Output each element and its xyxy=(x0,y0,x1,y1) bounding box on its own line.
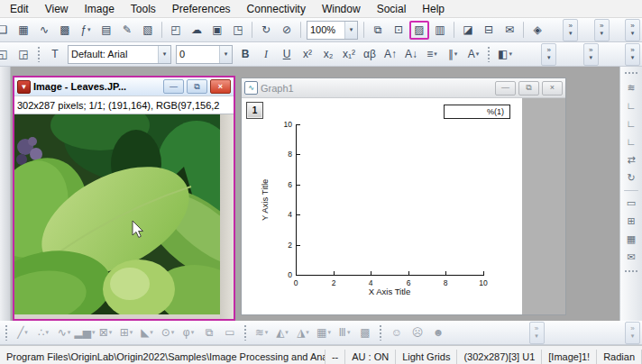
image-plot-icon[interactable]: ▩ xyxy=(355,323,375,342)
paste-special-icon[interactable]: ◲ xyxy=(14,45,33,64)
video-builder-icon[interactable]: ▥ xyxy=(430,21,450,40)
paste-icon[interactable]: ◱ xyxy=(0,45,13,64)
toolbar-overflow-icon[interactable]: » xyxy=(625,322,640,344)
new-function-plot-icon[interactable]: ƒ xyxy=(76,21,96,40)
toolbar-overflow-icon[interactable]: » xyxy=(625,19,640,41)
increase-font-button[interactable]: A↑ xyxy=(381,45,400,64)
layer-badge[interactable]: 1 xyxy=(246,102,263,119)
mask-toggle-icon[interactable]: ☻ xyxy=(428,323,448,342)
line-plot-icon[interactable]: ╱ xyxy=(13,323,32,342)
new-workbook-icon[interactable]: ▦ xyxy=(14,21,33,40)
toolbar-overflow-icon[interactable]: » xyxy=(583,43,599,66)
line-spacing-button[interactable]: ∥ xyxy=(443,45,463,64)
polar-plot-icon[interactable]: ⊙ xyxy=(158,323,178,342)
fill-color-button[interactable]: ◧ xyxy=(495,45,515,64)
y-axis-title[interactable]: Y Axis Title xyxy=(260,124,271,276)
3d-ribbon-plot-icon[interactable]: ≋ xyxy=(252,323,271,342)
toolbar-overflow-icon[interactable]: » xyxy=(541,43,556,66)
screen-capture-icon[interactable]: ◪ xyxy=(458,21,478,40)
toolbar-overflow-icon[interactable]: » xyxy=(594,19,610,41)
graph-template-icon[interactable]: ▭ xyxy=(220,323,240,342)
toolbar-overflow-icon[interactable]: » xyxy=(529,322,545,344)
close-button[interactable]: × xyxy=(210,79,231,94)
print-icon[interactable]: ⧉ xyxy=(368,21,388,40)
status-angle-unit[interactable]: Radian xyxy=(597,350,642,364)
batch-processing-icon[interactable]: ◈ xyxy=(527,21,547,40)
decrease-font-button[interactable]: A↓ xyxy=(401,45,421,64)
menu-item-window[interactable]: Window xyxy=(314,1,369,17)
menu-item-edit[interactable]: Edit xyxy=(2,1,37,17)
new-layout-icon[interactable]: ▤ xyxy=(96,21,116,40)
layer-manager-icon[interactable]: ⊟ xyxy=(479,21,499,40)
save-template-icon[interactable]: ◳ xyxy=(228,21,248,40)
scale-out-button[interactable]: ∟ xyxy=(623,116,640,132)
minimize-button[interactable]: — xyxy=(495,81,516,96)
layer-grid4-icon[interactable]: ⊞ xyxy=(623,214,640,229)
menu-item-social[interactable]: Social xyxy=(369,1,415,17)
new-folder-icon[interactable]: ▧ xyxy=(138,21,158,40)
contour-plot-icon[interactable]: ▦ xyxy=(314,323,334,342)
whole-page-button[interactable]: ∟ xyxy=(623,134,640,150)
chevron-down-icon[interactable]: ▾ xyxy=(219,46,232,63)
menu-item-image[interactable]: Image xyxy=(76,1,122,17)
toolbar-overflow-icon[interactable]: » xyxy=(625,43,640,66)
column-plot-icon[interactable]: ▂▅ xyxy=(75,323,95,342)
send-graph-icon[interactable]: ✉ xyxy=(500,21,519,40)
zoom-combo[interactable]: 100% ▾ xyxy=(307,21,358,40)
3d-wireframe-plot-icon[interactable]: ◮ xyxy=(293,323,313,342)
chevron-down-icon[interactable]: ▾ xyxy=(158,46,170,63)
minimize-button[interactable]: — xyxy=(163,79,184,94)
status-autoupdate[interactable]: AU : ON xyxy=(345,350,396,364)
menu-item-preferences[interactable]: Preferences xyxy=(164,1,239,17)
restore-button[interactable]: ⧉ xyxy=(518,81,539,96)
stop-script-icon[interactable]: ⊘ xyxy=(277,21,297,40)
layer-single-icon[interactable]: ▭ xyxy=(623,196,640,211)
scale-in-button[interactable]: ∟ xyxy=(623,98,640,114)
character-format-icon[interactable]: T xyxy=(45,45,65,64)
box-chart-icon[interactable]: ⊞ xyxy=(116,323,136,342)
graph-legend[interactable]: %(1) xyxy=(444,105,510,119)
scatter-plot-icon[interactable]: ∴ xyxy=(33,323,53,342)
chevron-down-icon[interactable]: ▾ xyxy=(344,22,357,39)
unmask-range-icon[interactable]: ☹ xyxy=(408,323,427,342)
merge-graphs-icon[interactable]: ✉ xyxy=(623,250,640,265)
image-window-titlebar[interactable]: ▼ Image - Leaves.JP... — ⧉ × xyxy=(14,77,234,96)
3d-bar-plot-icon[interactable]: Ⅲ xyxy=(335,323,354,342)
slide-show-icon[interactable]: ⊡ xyxy=(389,21,408,40)
multi-curve-plot-icon[interactable]: ⊠ xyxy=(96,323,115,342)
refresh-graph-button[interactable]: ↻ xyxy=(623,170,640,186)
layer-grid6-icon[interactable]: ▦ xyxy=(623,232,640,247)
run-script-icon[interactable]: ↻ xyxy=(256,21,276,40)
import-wizard-icon[interactable]: ☁ xyxy=(187,21,206,40)
3d-surface-plot-icon[interactable]: ◭ xyxy=(272,323,292,342)
x-axis-title[interactable]: X Axis Title xyxy=(296,287,483,296)
line-symbol-plot-icon[interactable]: ∿ xyxy=(54,323,74,342)
subsuperscript-button[interactable]: x₁² xyxy=(339,45,359,64)
graph-window-titlebar[interactable]: ∿ Graph1 — ⧉ × xyxy=(242,78,565,98)
subscript-button[interactable]: x₂ xyxy=(318,45,338,64)
graph-window[interactable]: ∿ Graph1 — ⧉ × 1 %(1) xyxy=(241,77,566,315)
new-matrix-icon[interactable]: ▩ xyxy=(55,21,75,40)
new-notes-icon[interactable]: ✎ xyxy=(117,21,137,40)
mask-range-icon[interactable]: ☺ xyxy=(387,323,407,342)
italic-button[interactable]: I xyxy=(256,45,276,64)
restore-button[interactable]: ⧉ xyxy=(187,79,207,94)
superscript-button[interactable]: x² xyxy=(298,45,317,64)
area-plot-icon[interactable]: ◣ xyxy=(137,323,157,342)
new-project-icon[interactable]: ❏ xyxy=(0,21,13,40)
menu-item-tools[interactable]: Tools xyxy=(123,1,164,17)
rescale-button[interactable]: ≋ xyxy=(623,80,640,96)
save-project-icon[interactable]: ▣ xyxy=(207,21,227,40)
image-window[interactable]: ▼ Image - Leaves.JP... — ⧉ × 302x287 pix… xyxy=(13,76,235,321)
bold-button[interactable]: B xyxy=(235,45,255,64)
stock-plot-icon[interactable]: φ xyxy=(179,323,198,342)
toolbar-overflow-icon[interactable]: » xyxy=(563,19,578,41)
font-name-combo[interactable]: Default: Arial ▾ xyxy=(68,45,171,64)
new-graph-icon[interactable]: ∿ xyxy=(34,21,54,40)
menu-item-view[interactable]: View xyxy=(37,1,77,17)
exchange-xy-button[interactable]: ⇄ xyxy=(623,152,640,168)
image-canvas[interactable] xyxy=(14,114,234,319)
underline-button[interactable]: U xyxy=(277,45,297,64)
close-button[interactable]: × xyxy=(542,81,563,96)
menu-item-help[interactable]: Help xyxy=(414,1,453,17)
